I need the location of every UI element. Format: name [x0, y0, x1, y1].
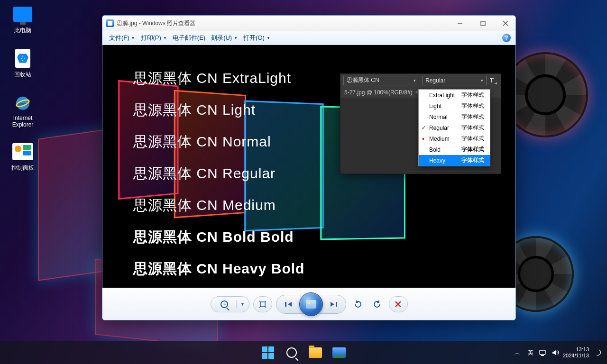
desktop-icons: 此电脑 回收站 Internet Explorer 控制面板 — [5, 4, 41, 172]
network-icon[interactable] — [538, 348, 548, 357]
font-sample: 思源黑体 CN Regular — [133, 164, 304, 183]
menubar: 文件(F)▼ 打印(P)▼ 电子邮件(E) 刻录(U)▼ 打开(O)▼ ? — [102, 31, 515, 45]
svg-rect-8 — [285, 302, 286, 307]
clock[interactable]: 13:13 2024/11/13 — [563, 346, 589, 359]
font-sample: 思源黑体 CN Normal — [133, 132, 304, 152]
desktop-icon-control-panel[interactable]: 控制面板 — [5, 141, 41, 172]
menu-email[interactable]: 电子邮件(E) — [171, 33, 207, 43]
zoom-icon: + — [211, 300, 237, 308]
text-tool-icon[interactable]: T — [489, 76, 498, 85]
menu-print[interactable]: 打印(P)▼ — [139, 33, 169, 43]
delete-button[interactable]: ✕ — [389, 296, 408, 312]
help-button[interactable]: ? — [502, 34, 511, 42]
prev-button[interactable] — [278, 295, 299, 314]
svg-rect-9 — [336, 302, 337, 307]
maximize-button[interactable] — [477, 18, 489, 28]
desktop: 此电脑 回收站 Internet Explorer 控制面板 思源.jpg - … — [0, 0, 607, 364]
menu-file[interactable]: 文件(F)▼ — [107, 33, 137, 43]
chevron-down-icon: ▼ — [237, 302, 249, 307]
chevron-down-icon: ▼ — [234, 36, 238, 40]
font-weight-option[interactable]: ExtraLight字体样式 — [419, 90, 490, 100]
tray-overflow[interactable]: ︿ — [512, 349, 523, 357]
font-picker-header: 思源黑体 CN▾ Regular▾ T — [340, 74, 501, 87]
titlebar[interactable]: 思源.jpg - Windows 照片查看器 — [102, 16, 515, 31]
svg-rect-3 — [481, 21, 485, 26]
weight-sample: 字体样式 — [461, 102, 484, 110]
taskbar-photo-viewer[interactable] — [329, 343, 349, 362]
icon-label: 回收站 — [14, 71, 31, 79]
font-weight-option[interactable]: Light字体样式 — [419, 100, 490, 111]
icon-label: 此电脑 — [14, 27, 31, 35]
weight-name: Bold — [429, 146, 461, 153]
slideshow-button[interactable] — [299, 292, 323, 316]
icon-label: 控制面板 — [11, 164, 34, 172]
rotate-ccw-button[interactable] — [350, 296, 366, 312]
close-button[interactable] — [499, 18, 512, 28]
start-button[interactable] — [258, 343, 278, 362]
desktop-icon-this-pc[interactable]: 此电脑 — [5, 4, 41, 35]
chevron-down-icon: ▼ — [131, 36, 135, 40]
weight-name: Light — [429, 103, 461, 109]
font-weight-option[interactable]: Normal字体样式 — [419, 111, 490, 122]
minimize-button[interactable] — [454, 18, 466, 28]
next-button[interactable] — [323, 295, 344, 314]
font-weight-dropdown: ExtraLight字体样式Light字体样式Normal字体样式Regular… — [418, 89, 490, 166]
control-panel-icon — [12, 143, 33, 160]
font-sample: 思源黑体 CN Medium — [133, 196, 304, 215]
menu-burn[interactable]: 刻录(U)▼ — [209, 33, 239, 43]
font-weight-option[interactable]: Medium字体样式 — [419, 133, 490, 144]
nav-group — [276, 295, 346, 314]
weight-name: ExtraLight — [429, 92, 461, 99]
font-picker-panel: 思源黑体 CN▾ Regular▾ T 5-27.jpg @ 100%(RGB/… — [340, 73, 501, 174]
taskbar-search[interactable] — [282, 343, 302, 362]
date: 2024/11/13 — [563, 353, 589, 359]
font-sample: 思源黑体 CN Bold Bold — [133, 228, 304, 247]
font-family-combo[interactable]: 思源黑体 CN▾ — [343, 76, 419, 85]
time: 13:13 — [563, 346, 589, 353]
menu-open[interactable]: 打开(O)▼ — [241, 33, 272, 43]
viewer-footer: + ▼ ✕ — [102, 288, 515, 320]
ime-indicator[interactable]: 英 — [526, 349, 535, 357]
weight-sample: 字体样式 — [461, 146, 484, 154]
font-weight-option[interactable]: Bold字体样式 — [419, 144, 490, 155]
windows-logo-icon — [262, 346, 274, 359]
zoom-control[interactable]: + ▼ — [211, 296, 249, 312]
icon-label: Internet Explorer — [12, 115, 34, 128]
weight-sample: 字体样式 — [461, 91, 484, 99]
folder-icon — [309, 347, 322, 358]
desktop-icon-internet-explorer[interactable]: Internet Explorer — [5, 92, 41, 128]
monitor-icon — [13, 7, 32, 22]
weight-name: Normal — [429, 114, 461, 120]
svg-text:T: T — [490, 77, 494, 84]
image-icon — [332, 347, 346, 358]
photo-viewer-window: 思源.jpg - Windows 照片查看器 文件(F)▼ 打印(P)▼ 电子邮… — [102, 15, 516, 320]
font-weight-option[interactable]: Regular字体样式 — [419, 122, 490, 133]
window-title: 思源.jpg - Windows 照片查看器 — [117, 19, 195, 27]
svg-rect-10 — [540, 350, 545, 355]
taskbar-explorer[interactable] — [305, 343, 325, 362]
rotate-cw-button[interactable] — [369, 296, 385, 312]
font-weight-option[interactable]: Heavy字体样式 — [419, 155, 490, 166]
system-tray: ︿ 英 13:13 2024/11/13 — [512, 346, 607, 359]
volume-icon[interactable] — [551, 348, 560, 357]
recycle-bin-icon — [15, 49, 30, 68]
fit-button[interactable] — [253, 296, 272, 312]
focus-assist[interactable] — [592, 347, 603, 358]
desktop-icon-recycle-bin[interactable]: 回收站 — [5, 48, 41, 79]
weight-sample: 字体样式 — [461, 156, 484, 164]
delete-icon: ✕ — [394, 299, 402, 310]
svg-rect-11 — [541, 355, 544, 356]
weight-sample: 字体样式 — [461, 113, 484, 121]
taskbar-center — [258, 343, 349, 362]
svg-rect-7 — [260, 302, 265, 307]
search-icon — [286, 347, 297, 358]
app-icon — [106, 19, 114, 27]
weight-sample: 字体样式 — [461, 124, 484, 132]
weight-name: Heavy — [429, 157, 461, 164]
weight-name: Regular — [429, 125, 461, 131]
font-sample: 思源黑体 CN ExtraLight — [133, 69, 304, 88]
chevron-down-icon: ▼ — [267, 36, 270, 40]
font-weight-combo[interactable]: Regular▾ — [422, 76, 487, 85]
taskbar: ︿ 英 13:13 2024/11/13 — [0, 341, 607, 364]
chevron-down-icon: ▾ — [414, 78, 416, 83]
